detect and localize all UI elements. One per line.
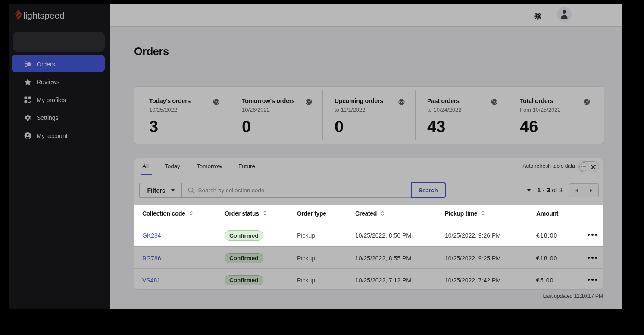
svg-text:?: ?	[586, 100, 588, 104]
svg-text:?: ?	[537, 14, 539, 19]
svg-text:?: ?	[493, 100, 495, 104]
svg-text:?: ?	[308, 100, 310, 104]
svg-text:?: ?	[400, 100, 403, 104]
svg-text:?: ?	[215, 100, 217, 104]
